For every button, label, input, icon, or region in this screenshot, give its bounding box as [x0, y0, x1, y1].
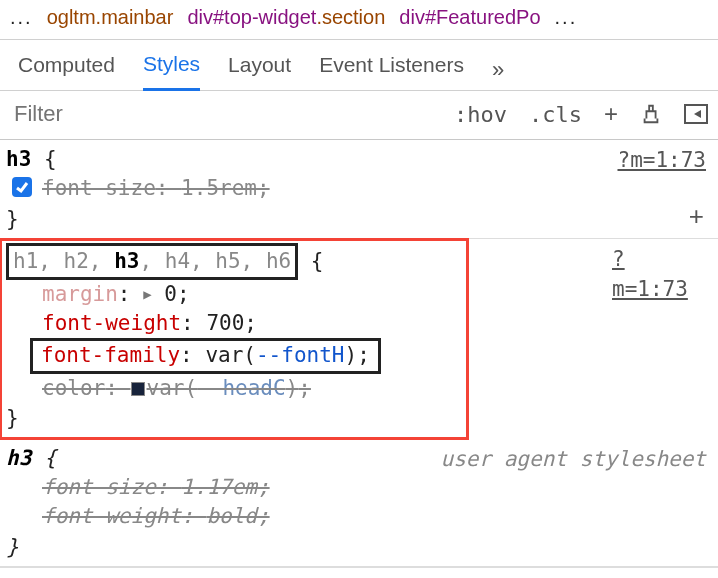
css-value-close: ) [286, 376, 299, 400]
css-property: font-size [42, 475, 156, 499]
breadcrumb-item-3[interactable]: div#FeaturedPo [399, 6, 540, 29]
breadcrumb-item-2[interactable]: div#top-widget.section [187, 6, 385, 29]
css-rule-user-agent: user agent stylesheet h3 { font-size: 1.… [0, 439, 718, 568]
css-value: bold [206, 504, 257, 528]
selector-match: h3 [6, 147, 31, 171]
css-property: font-weight [42, 504, 181, 528]
brace-close: } [6, 535, 19, 559]
selector-highlight-box: h1, h2, h3, h4, h5, h6 [6, 243, 298, 279]
css-property[interactable]: margin [42, 282, 118, 306]
css-property[interactable]: font-family [41, 343, 180, 367]
declaration-highlight-box: font-family: var(--fontH); [30, 338, 381, 373]
breadcrumb-item-1[interactable]: ogltm.mainbar [47, 6, 174, 29]
filter-input[interactable] [10, 97, 454, 131]
toggle-sidebar-icon[interactable] [684, 104, 708, 124]
css-declaration[interactable]: font-family: var(--fontH); [6, 338, 458, 373]
rule-selector[interactable]: h3 [6, 147, 31, 171]
toggle-classes-button[interactable]: .cls [529, 102, 582, 127]
styles-toolbar-actions: :hov .cls + [454, 100, 708, 128]
selector-match: h3 [114, 249, 139, 273]
css-declaration[interactable]: font-weight: 700; [6, 309, 458, 338]
css-declaration[interactable]: font-size: 1.5rem; [6, 174, 708, 203]
css-rule[interactable]: ?m=1:73 h1, h2, h3, h4, h5, h6 { margin:… [0, 239, 468, 438]
rule-source-link[interactable]: ?m=1:73 [612, 245, 688, 304]
css-value[interactable]: 1.5rem [181, 176, 257, 200]
css-property[interactable]: font-weight [42, 311, 181, 335]
property-toggle-checkbox[interactable] [12, 177, 32, 197]
css-var-ref[interactable]: --fontH [256, 343, 345, 367]
toggle-hover-button[interactable]: :hov [454, 102, 507, 127]
styles-toolbar: :hov .cls + [0, 91, 718, 140]
tab-layout[interactable]: Layout [228, 51, 291, 89]
tab-computed[interactable]: Computed [18, 51, 115, 89]
selector-match: h3 [6, 446, 31, 470]
rule-source-label: user agent stylesheet [440, 445, 706, 474]
css-property[interactable]: font-size [42, 176, 156, 200]
brace-close: } [6, 207, 19, 231]
css-value[interactable]: 700 [206, 311, 244, 335]
tab-event-listeners[interactable]: Event Listeners [319, 51, 464, 89]
breadcrumb-item-3-id: FeaturedPo [436, 6, 541, 28]
css-value-func: var( [147, 376, 198, 400]
css-value-close: ) [344, 343, 357, 367]
selector-post: , h4, h5, h6 [139, 249, 291, 273]
css-rule[interactable]: ?m=1:73 h3 { font-size: 1.5rem; } + [0, 140, 718, 239]
brace-open: { [298, 249, 323, 273]
paint-brush-icon[interactable] [640, 103, 662, 125]
css-declaration[interactable]: color: var(--headC); [6, 374, 458, 403]
css-var-ref[interactable]: --headC [197, 376, 286, 400]
breadcrumb-item-2-tag: div [187, 6, 213, 28]
rule-source-link[interactable]: ?m=1:73 [617, 146, 706, 175]
rule-selector[interactable]: h1, h2, h3, h4, h5, h6 [13, 249, 291, 273]
breadcrumb-item-2-id: top-widget [224, 6, 316, 28]
tab-overflow[interactable]: » [492, 57, 504, 83]
css-value[interactable]: 0 [164, 282, 177, 306]
styles-pane: ?m=1:73 h3 { font-size: 1.5rem; } + ?m=1… [0, 140, 718, 568]
tab-styles[interactable]: Styles [143, 50, 200, 91]
shorthand-expand-icon[interactable]: ▶ [143, 285, 151, 305]
css-property[interactable]: color [42, 376, 105, 400]
svg-marker-1 [694, 110, 701, 118]
styles-tabbar: Computed Styles Layout Event Listeners » [0, 40, 718, 91]
css-declaration: font-size: 1.17em; [6, 473, 708, 502]
color-swatch[interactable] [131, 382, 145, 396]
css-value: 1.17em [181, 475, 257, 499]
breadcrumb: ... ogltm.mainbar div#top-widget.section… [0, 0, 718, 40]
rule-selector: h3 [6, 446, 31, 470]
breadcrumb-overflow-right[interactable]: ... [555, 6, 578, 29]
css-value-func: var( [205, 343, 256, 367]
brace-open: { [31, 446, 56, 470]
brace-open: { [31, 147, 56, 171]
add-declaration-button[interactable]: + [689, 198, 704, 234]
new-style-rule-button[interactable]: + [604, 100, 618, 128]
brace-close: } [6, 406, 19, 430]
css-declaration: font-weight: bold; [6, 502, 708, 531]
breadcrumb-overflow-left[interactable]: ... [10, 6, 33, 29]
css-declaration[interactable]: margin: ▶ 0; [6, 280, 458, 309]
breadcrumb-item-2-class: section [322, 6, 385, 28]
breadcrumb-item-1-class: ogltm.mainbar [47, 6, 174, 28]
breadcrumb-item-3-tag: div [399, 6, 425, 28]
selector-pre: h1, h2, [13, 249, 114, 273]
